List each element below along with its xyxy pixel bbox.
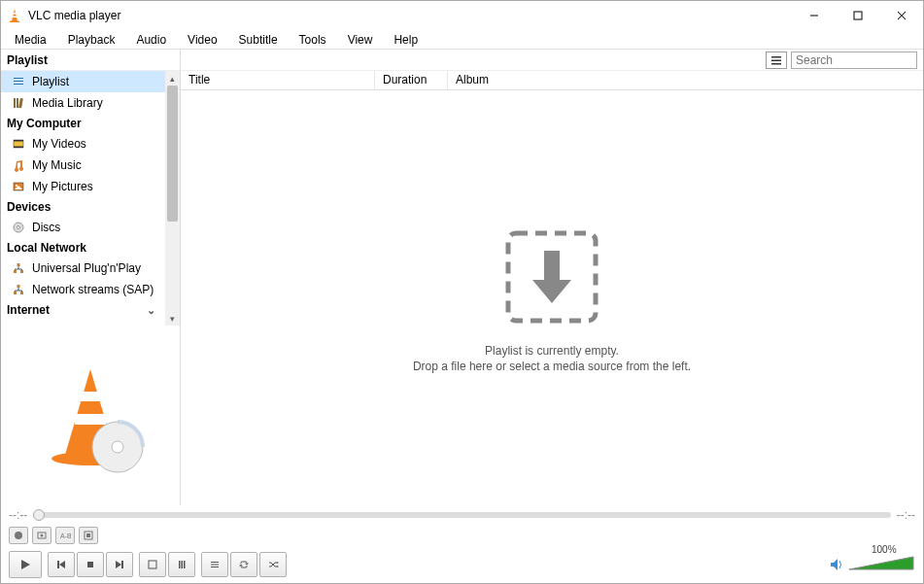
- snapshot-button[interactable]: [32, 527, 51, 544]
- menu-playback[interactable]: Playback: [58, 31, 125, 49]
- svg-marker-51: [116, 561, 121, 568]
- extended-settings-button[interactable]: [168, 552, 195, 577]
- svg-rect-26: [20, 292, 23, 294]
- play-button[interactable]: [9, 551, 42, 578]
- window-minimize-button[interactable]: [792, 2, 836, 30]
- svg-rect-16: [14, 147, 23, 149]
- svg-rect-34: [771, 56, 781, 58]
- menu-video[interactable]: Video: [178, 31, 226, 49]
- sidebar-item-label: Media Library: [32, 96, 103, 110]
- loop-button[interactable]: [230, 552, 257, 577]
- fullscreen-button[interactable]: [139, 552, 166, 577]
- seek-slider[interactable]: [33, 512, 890, 518]
- menu-audio[interactable]: Audio: [126, 31, 176, 49]
- svg-rect-3: [10, 21, 19, 23]
- sidebar-group-devices[interactable]: Devices: [1, 197, 165, 217]
- window-close-button[interactable]: [879, 2, 923, 30]
- column-duration[interactable]: Duration: [375, 71, 448, 89]
- main-panel: Title Duration Album Playlist is current…: [181, 50, 923, 505]
- svg-rect-15: [14, 140, 23, 142]
- previous-button[interactable]: [48, 552, 75, 577]
- menubar: Media Playback Audio Video Subtitle Tool…: [1, 30, 923, 50]
- column-album[interactable]: Album: [448, 71, 923, 89]
- svg-point-21: [17, 226, 20, 229]
- svg-marker-47: [21, 560, 30, 569]
- sidebar-item-my-music[interactable]: My Music: [1, 155, 165, 176]
- svg-rect-58: [211, 565, 219, 566]
- sidebar-list: Playlist Media Library My Computer My Vi…: [1, 71, 180, 326]
- controls-bar: 100%: [1, 546, 923, 583]
- sidebar-item-label: Universal Plug'n'Play: [32, 261, 141, 275]
- time-elapsed: --:--: [9, 508, 27, 522]
- svg-point-41: [15, 532, 22, 539]
- stop-button[interactable]: [77, 552, 104, 577]
- sidebar-item-upnp[interactable]: Universal Plug'n'Play: [1, 258, 165, 279]
- sidebar-item-my-pictures[interactable]: My Pictures: [1, 176, 165, 197]
- sidebar-scrollbar[interactable]: ▴ ▾: [165, 71, 180, 326]
- window-maximize-button[interactable]: [836, 2, 879, 30]
- list-icon: [11, 74, 26, 89]
- record-button[interactable]: [9, 527, 28, 544]
- content-area: Playlist Playlist Media Library My Compu…: [1, 50, 923, 505]
- column-title[interactable]: Title: [181, 71, 375, 89]
- next-button[interactable]: [106, 552, 133, 577]
- volume-slider[interactable]: [847, 555, 915, 574]
- svg-rect-39: [544, 251, 560, 282]
- sidebar-item-media-library[interactable]: Media Library: [1, 92, 165, 114]
- svg-rect-25: [14, 292, 17, 294]
- toolbar-extras: A-B: [1, 525, 923, 546]
- menu-view[interactable]: View: [338, 31, 383, 49]
- menu-subtitle[interactable]: Subtitle: [229, 31, 288, 49]
- sidebar-group-internet[interactable]: Internet ⌄: [1, 300, 165, 320]
- view-mode-button[interactable]: [766, 52, 787, 69]
- scrollbar-thumb[interactable]: [167, 86, 178, 222]
- sidebar-item-label: My Videos: [32, 137, 86, 151]
- speaker-icon[interactable]: [828, 556, 845, 573]
- sidebar-item-discs[interactable]: Discs: [1, 217, 165, 238]
- sidebar-item-label: My Music: [32, 158, 82, 172]
- timeline-row: --:-- --:--: [1, 505, 923, 525]
- svg-rect-22: [14, 270, 17, 273]
- svg-rect-30: [75, 414, 106, 425]
- svg-rect-35: [771, 59, 781, 61]
- svg-point-43: [41, 534, 44, 537]
- sidebar-item-label: Playlist: [32, 75, 69, 88]
- menu-media[interactable]: Media: [5, 31, 56, 49]
- svg-marker-49: [59, 561, 65, 568]
- scroll-down-icon[interactable]: ▾: [165, 311, 180, 326]
- time-remaining: --:--: [897, 508, 915, 522]
- chevron-down-icon: ⌄: [147, 304, 159, 317]
- sidebar-item-playlist[interactable]: Playlist: [1, 71, 165, 92]
- atob-loop-button[interactable]: A-B: [55, 527, 75, 544]
- svg-marker-60: [277, 562, 279, 564]
- sidebar-item-sap[interactable]: Network streams (SAP): [1, 279, 165, 300]
- playlist-button[interactable]: [201, 552, 228, 577]
- main-header: [181, 50, 923, 71]
- svg-rect-12: [17, 98, 18, 108]
- svg-rect-57: [211, 562, 219, 563]
- svg-rect-24: [17, 263, 20, 266]
- vlc-cone-icon: [7, 8, 22, 23]
- search-input[interactable]: [791, 52, 917, 69]
- frame-button[interactable]: [79, 527, 98, 544]
- seek-knob[interactable]: [33, 509, 45, 521]
- svg-rect-29: [80, 392, 101, 401]
- sidebar-group-local-network[interactable]: Local Network: [1, 238, 165, 258]
- sidebar-header: Playlist: [1, 50, 180, 71]
- picture-icon: [11, 179, 26, 194]
- svg-rect-8: [14, 78, 23, 79]
- drop-arrow-icon: [498, 223, 605, 330]
- menu-tools[interactable]: Tools: [290, 31, 336, 49]
- sidebar-item-my-videos[interactable]: My Videos: [1, 133, 165, 155]
- svg-rect-59: [211, 567, 219, 567]
- sidebar-group-my-computer[interactable]: My Computer: [1, 114, 165, 133]
- svg-rect-52: [121, 561, 123, 568]
- empty-message-2: Drop a file here or select a media sourc…: [413, 360, 691, 373]
- svg-rect-48: [57, 561, 59, 568]
- scroll-up-icon[interactable]: ▴: [165, 71, 180, 86]
- svg-marker-62: [831, 559, 838, 570]
- playlist-dropzone[interactable]: Playlist is currently empty. Drop a file…: [181, 90, 923, 505]
- shuffle-button[interactable]: [259, 552, 287, 577]
- menu-help[interactable]: Help: [384, 31, 428, 49]
- library-icon: [11, 95, 26, 111]
